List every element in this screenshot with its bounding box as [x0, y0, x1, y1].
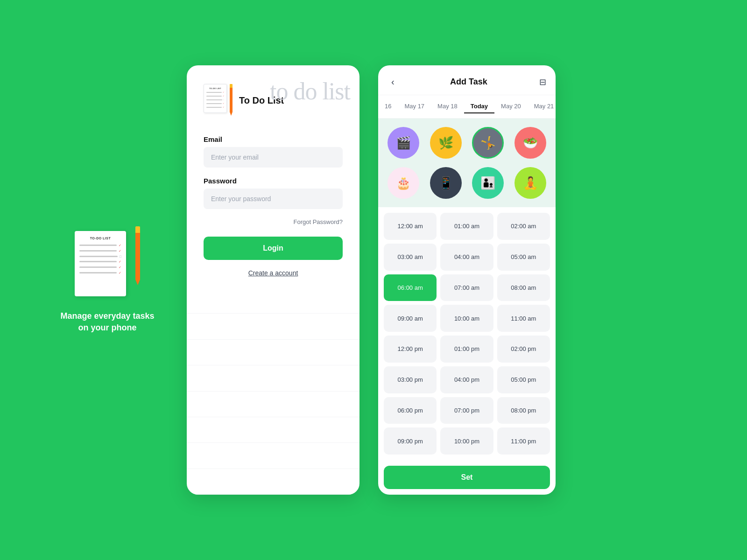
main-container: TO-DO LIST ✓ ✓ □ ✓ — [47, 65, 700, 495]
time-button[interactable]: 07:00 pm — [440, 397, 493, 424]
time-button[interactable]: 11:00 pm — [497, 427, 550, 455]
photo-item[interactable]: 👨‍👦 — [472, 167, 504, 199]
todo-line-1: ✓ — [79, 244, 121, 247]
app-icon: TO-DO LIST ✓ ✓ □ — [204, 84, 232, 117]
time-button[interactable]: 08:00 pm — [497, 397, 550, 424]
time-button[interactable]: 05:00 am — [497, 244, 550, 271]
calendar-icon[interactable]: ⊟ — [539, 77, 546, 87]
unchecked-icon: □ — [120, 255, 121, 258]
line-bar — [79, 245, 117, 246]
promo-section: TO-DO LIST ✓ ✓ □ ✓ — [47, 226, 168, 334]
time-button[interactable]: 04:00 am — [440, 244, 493, 271]
check-icon: ✓ — [119, 266, 121, 269]
app-header: TO-DO LIST ✓ ✓ □ — [204, 84, 343, 117]
check-icon: ✓ — [223, 95, 224, 97]
time-button[interactable]: 03:00 pm — [384, 366, 437, 393]
time-button[interactable]: 02:00 pm — [497, 336, 550, 363]
login-form: Email Password Forgot Password? Login Cr… — [204, 135, 343, 277]
app-icon-paper: TO-DO LIST ✓ ✓ □ — [204, 84, 227, 113]
check-icon: ✓ — [223, 106, 224, 108]
unchecked-icon: □ — [223, 98, 224, 101]
promo-paper-title: TO-DO LIST — [79, 237, 121, 240]
date-item[interactable]: May 20 — [494, 100, 528, 113]
check-icon: ✓ — [119, 249, 121, 253]
photo-item[interactable]: 🎂 — [388, 167, 419, 199]
time-button[interactable]: 04:00 pm — [440, 366, 493, 393]
promo-paper: TO-DO LIST ✓ ✓ □ ✓ — [75, 231, 126, 296]
time-button[interactable]: 05:00 pm — [497, 366, 550, 393]
photo-item[interactable]: 🌿 — [430, 127, 462, 159]
time-button[interactable]: 03:00 am — [384, 244, 437, 271]
password-input[interactable] — [204, 189, 343, 209]
check-icon: ✓ — [119, 271, 121, 275]
time-button[interactable]: 12:00 am — [384, 213, 437, 240]
time-button[interactable]: 07:00 am — [440, 274, 493, 301]
line-bar — [79, 256, 118, 257]
time-button[interactable]: 06:00 pm — [384, 397, 437, 424]
set-button[interactable]: Set — [384, 466, 550, 489]
password-label: Password — [204, 177, 343, 185]
date-item[interactable]: May 17 — [398, 100, 431, 113]
todo-line-4: ✓ — [79, 260, 121, 264]
app-icon-line: □ — [206, 98, 224, 101]
line-bar — [79, 272, 117, 273]
todo-line-5: ✓ — [79, 266, 121, 269]
time-button[interactable]: 10:00 am — [440, 305, 493, 332]
check-icon: ✓ — [223, 102, 224, 105]
line-bar — [79, 266, 117, 268]
check-icon: ✓ — [223, 91, 224, 93]
task-header: ‹ Add Task ⊟ — [378, 65, 556, 95]
card-lines — [187, 288, 359, 495]
login-button[interactable]: Login — [204, 237, 343, 260]
create-account-link[interactable]: Create a account — [204, 269, 343, 277]
photo-item[interactable]: 🎬 — [388, 127, 419, 159]
email-label: Email — [204, 135, 343, 143]
time-button[interactable]: 09:00 pm — [384, 427, 437, 455]
photo-item[interactable]: 🧘 — [514, 167, 546, 199]
line-bar — [79, 261, 117, 262]
pencil-eraser — [135, 226, 140, 233]
email-input[interactable] — [204, 147, 343, 168]
time-button[interactable]: 12:00 pm — [384, 336, 437, 363]
time-button[interactable]: 06:00 am — [384, 274, 437, 301]
time-grid: 12:00 am01:00 am02:00 am03:00 am04:00 am… — [378, 207, 556, 460]
time-button[interactable]: 02:00 am — [497, 213, 550, 240]
check-icon: ✓ — [119, 244, 121, 247]
promo-text: Manage everyday tasks on your phone — [60, 310, 154, 334]
photo-item[interactable]: 🤸 — [472, 127, 504, 159]
app-icon-line: ✓ — [206, 91, 224, 93]
pencil-tip — [135, 280, 140, 285]
time-button[interactable]: 11:00 am — [497, 305, 550, 332]
line-bar — [79, 250, 117, 252]
time-button[interactable]: 09:00 am — [384, 305, 437, 332]
app-icon-line: ✓ — [206, 95, 224, 97]
task-card: ‹ Add Task ⊟ 16May 17May 18TodayMay 20Ma… — [378, 65, 556, 495]
date-item[interactable]: May 18 — [431, 100, 464, 113]
app-icon-line: ✓ — [206, 102, 224, 105]
back-button[interactable]: ‹ — [388, 75, 398, 89]
login-card-inner: to do list TO-DO LIST ✓ ✓ — [187, 65, 359, 288]
app-pencil — [230, 84, 233, 113]
time-button[interactable]: 08:00 am — [497, 274, 550, 301]
todo-line-2: ✓ — [79, 249, 121, 253]
todo-illustration: TO-DO LIST ✓ ✓ □ ✓ — [75, 226, 140, 301]
app-icon-title: TO-DO LIST — [206, 87, 224, 90]
date-strip: 16May 17May 18TodayMay 20May 21May 2 — [378, 95, 556, 119]
login-card: to do list TO-DO LIST ✓ ✓ — [187, 65, 359, 495]
pencil-illustration — [135, 226, 140, 287]
pencil-body — [135, 233, 140, 280]
todo-line-3: □ — [79, 255, 121, 258]
time-button[interactable]: 01:00 pm — [440, 336, 493, 363]
date-item[interactable]: 16 — [378, 100, 398, 113]
todo-line-6: ✓ — [79, 271, 121, 275]
photo-item[interactable]: 📱 — [430, 167, 462, 199]
photo-item[interactable]: 🥗 — [514, 127, 546, 159]
date-item[interactable]: Today — [464, 100, 494, 113]
photo-grid: 🎬🌿🤸🥗🎂📱👨‍👦🧘 — [378, 119, 556, 207]
date-item[interactable]: May 21 — [528, 100, 556, 113]
app-icon-line: ✓ — [206, 106, 224, 108]
app-title: To Do List — [239, 95, 284, 106]
forgot-password-link[interactable]: Forgot Password? — [204, 218, 343, 225]
time-button[interactable]: 10:00 pm — [440, 427, 493, 455]
time-button[interactable]: 01:00 am — [440, 213, 493, 240]
